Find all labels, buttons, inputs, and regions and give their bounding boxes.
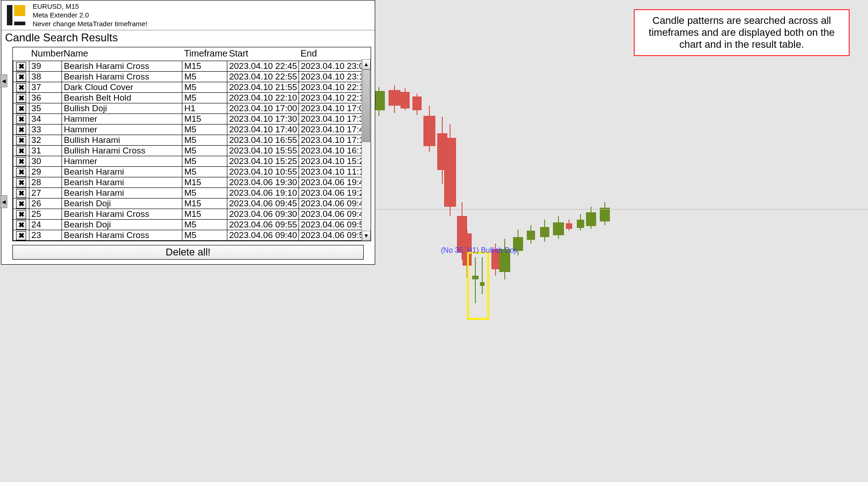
cell-name: Dark Cloud Cover bbox=[62, 82, 182, 93]
row-delete-button[interactable]: ✖ bbox=[16, 157, 26, 166]
cell-start: 2023.04.10 17:40 bbox=[227, 125, 299, 135]
cell-tf: M5 bbox=[182, 230, 227, 241]
table-row[interactable]: ✖30HammerM52023.04.10 15:252023.04.10 15… bbox=[13, 156, 371, 167]
scroll-track[interactable] bbox=[362, 69, 371, 231]
cell-start: 2023.04.10 17:30 bbox=[227, 114, 299, 125]
row-delete-button[interactable]: ✖ bbox=[16, 168, 26, 177]
product-label: Meta Extender 2.0 bbox=[33, 11, 147, 20]
scroll-down-icon[interactable]: ▼ bbox=[362, 231, 371, 241]
row-delete-button[interactable]: ✖ bbox=[16, 73, 26, 82]
cell-start: 2023.04.10 16:55 bbox=[227, 135, 299, 146]
cell-number: 35 bbox=[29, 103, 62, 114]
cell-number: 31 bbox=[29, 146, 62, 156]
col-name: Name bbox=[62, 47, 182, 61]
cell-start: 2023.04.06 19:30 bbox=[227, 177, 299, 188]
cell-start: 2023.04.10 15:55 bbox=[227, 146, 299, 156]
cell-end: 2023.04.06 09:45 bbox=[299, 198, 370, 209]
cell-start: 2023.04.10 10:55 bbox=[227, 167, 299, 177]
candle bbox=[513, 0, 523, 368]
cell-tf: M15 bbox=[182, 114, 227, 125]
table-row[interactable]: ✖28Bearish HaramiM152023.04.06 19:302023… bbox=[13, 177, 371, 188]
row-delete-button[interactable]: ✖ bbox=[16, 104, 26, 113]
cell-number: 38 bbox=[29, 72, 62, 82]
table-row[interactable]: ✖37Dark Cloud CoverM52023.04.10 21:55202… bbox=[13, 82, 371, 93]
cell-end: 2023.04.10 17:40 bbox=[299, 125, 370, 135]
col-end: End bbox=[299, 47, 370, 61]
row-delete-button[interactable]: ✖ bbox=[16, 115, 26, 124]
candle bbox=[577, 0, 584, 368]
candle bbox=[423, 0, 435, 368]
cell-number: 28 bbox=[29, 177, 62, 188]
table-scrollbar[interactable]: ▲ ▼ bbox=[361, 59, 371, 241]
cell-number: 24 bbox=[29, 220, 62, 230]
cell-number: 32 bbox=[29, 135, 62, 146]
delete-all-button[interactable]: Delete all! bbox=[12, 245, 364, 260]
cell-end: 2023.04.10 22:10 bbox=[299, 93, 370, 103]
row-delete-button[interactable]: ✖ bbox=[16, 125, 26, 135]
cell-name: Bearish Harami Cross bbox=[62, 72, 182, 82]
table-row[interactable]: ✖29Bearish HaramiM52023.04.10 10:552023.… bbox=[13, 167, 371, 177]
candle bbox=[586, 0, 596, 368]
row-delete-button[interactable]: ✖ bbox=[16, 83, 26, 92]
cell-start: 2023.04.06 09:30 bbox=[227, 209, 299, 220]
cell-end: 2023.04.10 17:30 bbox=[299, 114, 370, 125]
cell-end: 2023.04.06 19:45 bbox=[299, 177, 370, 188]
row-delete-button[interactable]: ✖ bbox=[16, 178, 26, 187]
cell-number: 37 bbox=[29, 82, 62, 93]
cell-name: Bearish Harami bbox=[62, 188, 182, 198]
scroll-thumb[interactable] bbox=[362, 69, 370, 142]
row-delete-button[interactable]: ✖ bbox=[16, 62, 26, 71]
panel-collapse-toggle-2[interactable]: ◀ bbox=[0, 195, 7, 208]
cell-name: Bullish Harami bbox=[62, 135, 182, 146]
table-row[interactable]: ✖36Bearish Belt HoldM52023.04.10 22:1020… bbox=[13, 93, 371, 103]
panel-header: EURUSD, M15 Meta Extender 2.0 Never chan… bbox=[1, 0, 375, 30]
candle bbox=[491, 0, 500, 368]
table-row[interactable]: ✖25Bearish Harami CrossM152023.04.06 09:… bbox=[13, 209, 371, 220]
row-delete-button[interactable]: ✖ bbox=[16, 136, 26, 145]
table-row[interactable]: ✖32Bullish HaramiM52023.04.10 16:552023.… bbox=[13, 135, 371, 146]
cell-name: Bearish Belt Hold bbox=[62, 93, 182, 103]
table-row[interactable]: ✖23Bearish Harami CrossM52023.04.06 09:4… bbox=[13, 230, 371, 241]
cell-tf: M5 bbox=[182, 72, 227, 82]
row-delete-button[interactable]: ✖ bbox=[16, 231, 26, 240]
table-row[interactable]: ✖38Bearish Harami CrossM52023.04.10 22:5… bbox=[13, 72, 371, 82]
cell-tf: M5 bbox=[182, 220, 227, 230]
table-row[interactable]: ✖35Bullish DojiH12023.04.10 17:002023.04… bbox=[13, 103, 371, 114]
results-panel: EURUSD, M15 Meta Extender 2.0 Never chan… bbox=[1, 0, 375, 265]
row-delete-button[interactable]: ✖ bbox=[16, 221, 26, 230]
candle bbox=[499, 0, 510, 368]
price-line bbox=[373, 209, 868, 210]
row-delete-button[interactable]: ✖ bbox=[16, 210, 26, 219]
row-delete-button[interactable]: ✖ bbox=[16, 189, 26, 198]
row-delete-button[interactable]: ✖ bbox=[16, 94, 26, 103]
candle bbox=[412, 0, 422, 368]
row-delete-button[interactable]: ✖ bbox=[16, 147, 26, 156]
cell-start: 2023.04.10 15:25 bbox=[227, 156, 299, 167]
cell-number: 36 bbox=[29, 93, 62, 103]
row-delete-button[interactable]: ✖ bbox=[16, 199, 26, 209]
table-row[interactable]: ✖33HammerM52023.04.10 17:402023.04.10 17… bbox=[13, 125, 371, 135]
cell-name: Bullish Harami Cross bbox=[62, 146, 182, 156]
candle bbox=[389, 0, 400, 368]
table-row[interactable]: ✖24Bearish DojiM52023.04.06 09:552023.04… bbox=[13, 220, 371, 230]
table-row[interactable]: ✖26Bearish DojiM152023.04.06 09:452023.0… bbox=[13, 198, 371, 209]
cell-end: 2023.04.06 09:55 bbox=[299, 230, 370, 241]
table-row[interactable]: ✖31Bullish Harami CrossM52023.04.10 15:5… bbox=[13, 146, 371, 156]
cell-end: 2023.04.06 19:25 bbox=[299, 188, 370, 198]
cell-end: 2023.04.10 17:00 bbox=[299, 103, 370, 114]
cell-number: 26 bbox=[29, 198, 62, 209]
cell-name: Bearish Harami bbox=[62, 167, 182, 177]
table-row[interactable]: ✖39Bearish Harami CrossM152023.04.10 22:… bbox=[13, 61, 371, 72]
table-row[interactable]: ✖27Bearish HaramiM52023.04.06 19:102023.… bbox=[13, 188, 371, 198]
table-row[interactable]: ✖34HammerM152023.04.10 17:302023.04.10 1… bbox=[13, 114, 371, 125]
scroll-up-icon[interactable]: ▲ bbox=[362, 59, 371, 69]
cell-end: 2023.04.10 22:10 bbox=[299, 82, 370, 93]
cell-number: 33 bbox=[29, 125, 62, 135]
cell-start: 2023.04.06 09:45 bbox=[227, 198, 299, 209]
cell-tf: M15 bbox=[182, 61, 227, 72]
candle bbox=[600, 0, 610, 368]
cell-start: 2023.04.10 22:55 bbox=[227, 72, 299, 82]
cell-name: Bearish Doji bbox=[62, 198, 182, 209]
chart-area[interactable]: Candle patterns are searched across all … bbox=[373, 0, 868, 482]
panel-collapse-toggle-1[interactable]: ◀ bbox=[0, 74, 7, 87]
